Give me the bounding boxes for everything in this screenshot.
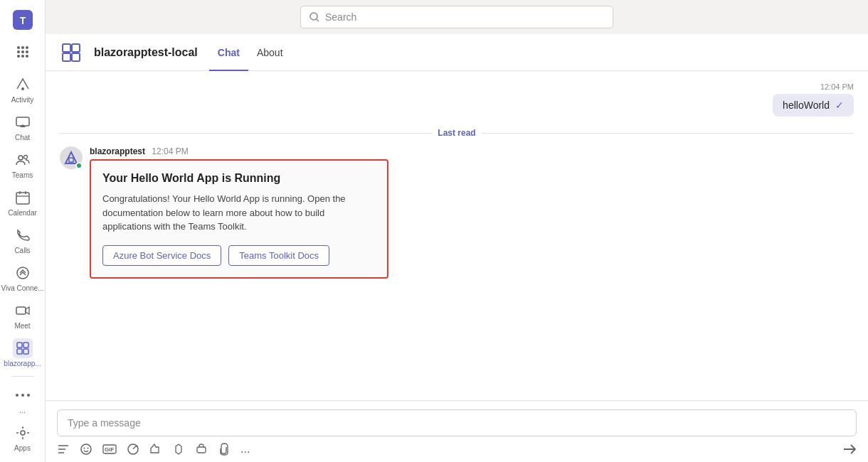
bot-message-time: 12:04 PM [152,146,188,156]
search-box[interactable]: Search [300,6,613,28]
svg-point-7 [26,50,28,53]
sidebar-item-meet[interactable]: Meet [0,296,45,334]
loop-icon[interactable] [195,443,208,456]
gif-icon[interactable]: GIF [102,444,117,454]
meet-toolbar-icon[interactable] [172,443,185,456]
last-read-line-left [60,133,432,134]
like-icon[interactable] [149,443,162,456]
more-icon [13,385,33,405]
bot-message-wrap: blazorapptest 12:04 PM Your Hello World … [60,146,854,279]
svg-rect-35 [63,44,70,52]
main-content: Search blazorapptest-local Chat About [46,0,868,462]
more-toolbar-icon[interactable]: ... [240,443,250,456]
search-icon [309,12,319,22]
svg-point-5 [17,50,20,53]
svg-line-34 [317,19,319,21]
svg-point-14 [23,156,27,159]
bot-online-indicator [75,162,83,169]
apps-icon [13,423,33,443]
bot-sender: blazorapptest [90,146,145,156]
teams-docs-button[interactable]: Teams Toolkit Docs [228,245,329,266]
bot-message-meta: blazorapptest 12:04 PM [90,146,854,156]
svg-point-3 [21,46,24,49]
sidebar-item-viva[interactable]: Viva Conne... [0,259,45,296]
last-read-label: Last read [438,128,475,138]
svg-point-19 [17,267,28,279]
teams-icon [13,150,33,170]
sidebar-item-calls[interactable]: Calls [0,221,45,259]
attach-icon[interactable] [218,443,231,456]
svg-rect-47 [197,447,206,453]
svg-rect-38 [72,53,80,61]
sidebar-item-apps[interactable]: Apps [0,419,45,456]
activity-icon [13,75,33,95]
message-placeholder: Type a message [68,417,141,429]
viva-label: Viva Conne... [1,284,44,292]
bot-card: Your Hello World App is Running Congratu… [90,159,388,279]
bot-docs-button[interactable]: Azure Bot Service Docs [102,245,221,266]
calls-label: Calls [14,247,30,254]
message-toolbar: GIF ... [57,442,857,456]
apps-label: Apps [14,444,31,452]
viva-icon [13,263,33,283]
grid-icon[interactable] [11,42,34,62]
topbar: Search [46,0,868,34]
svg-point-42 [84,448,85,449]
calendar-label: Calendar [8,209,37,217]
svg-point-9 [21,55,24,58]
send-button[interactable] [842,442,857,456]
tab-list: Chat About [209,34,292,70]
svg-rect-36 [72,44,80,52]
svg-point-25 [16,394,18,397]
sidebar-item-activity[interactable]: Activity [0,70,45,108]
chat-label: Chat [15,134,30,141]
calls-icon [13,225,33,245]
tab-about[interactable]: About [248,35,292,71]
svg-rect-22 [23,343,28,348]
meet-label: Meet [14,322,30,330]
check-icon: ✓ [835,100,844,111]
chat-area[interactable]: 12:04 PM helloWorld ✓ Last read [46,71,868,400]
sidebar-item-chat[interactable]: Chat [0,108,45,146]
svg-point-28 [21,431,25,435]
sidebar-divider [11,376,34,377]
svg-text:T: T [19,15,26,26]
svg-rect-37 [63,53,70,61]
more-label: ... [19,407,25,414]
format-icon[interactable] [57,443,70,456]
svg-point-4 [26,46,28,49]
bot-card-buttons: Azure Bot Service Docs Teams Toolkit Doc… [102,245,376,266]
last-read-line-right [482,133,854,134]
meet-icon [13,301,33,321]
svg-text:GIF: GIF [105,446,114,453]
blazorapp-icon [13,338,33,358]
svg-point-11 [21,87,24,90]
svg-point-13 [18,156,23,160]
svg-point-10 [26,55,28,58]
bot-card-title: Your Hello World App is Running [102,172,376,185]
app-header: blazorapptest-local Chat About [46,34,868,71]
sidebar-more[interactable]: ... [0,381,45,419]
svg-rect-40 [69,158,73,162]
svg-point-41 [81,444,91,454]
svg-rect-23 [17,349,22,354]
search-placeholder: Search [325,11,356,23]
sticker-icon[interactable] [127,443,139,456]
svg-point-8 [17,55,20,58]
svg-point-43 [88,448,89,449]
outgoing-message-text: helloWorld [783,100,830,111]
svg-point-33 [310,13,317,20]
svg-point-27 [27,394,30,397]
sidebar-item-teams[interactable]: Teams [0,146,45,183]
sidebar-item-calendar[interactable]: Calendar [0,183,45,221]
sidebar: T Activity [0,0,46,462]
outgoing-message-bubble: helloWorld ✓ [773,94,854,117]
outgoing-message-time: 12:04 PM [773,82,854,91]
message-input-box[interactable]: Type a message [57,409,857,436]
svg-point-26 [21,394,24,397]
bot-avatar [60,146,83,169]
outgoing-message-wrap: 12:04 PM helloWorld ✓ [60,82,854,117]
emoji-icon[interactable] [80,443,92,456]
tab-chat[interactable]: Chat [209,35,248,71]
sidebar-item-blazorapp[interactable]: blazorapp... [0,334,45,372]
